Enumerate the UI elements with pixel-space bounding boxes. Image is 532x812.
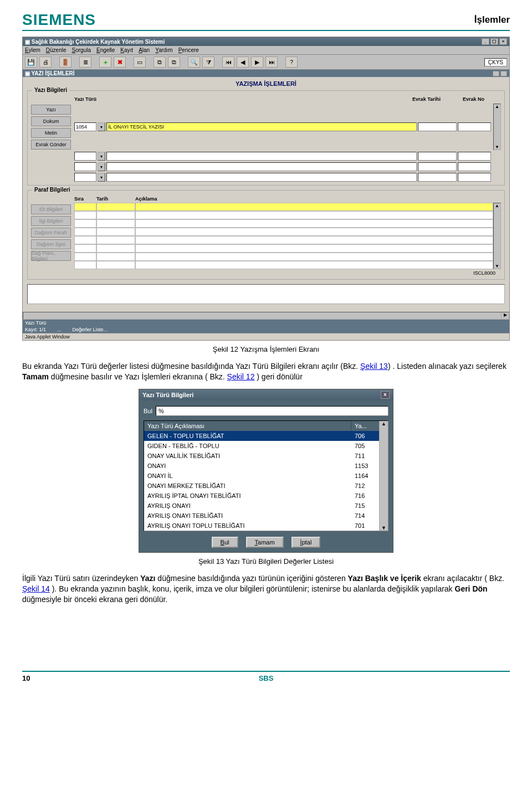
tool-filter-icon[interactable]: ⧩ — [202, 56, 214, 68]
row4-desc[interactable] — [106, 173, 417, 182]
output-pane — [27, 284, 505, 304]
evrak-no-label: Evrak No — [463, 96, 484, 102]
scroll-up-icon[interactable]: ▲ — [495, 104, 499, 109]
list-item[interactable]: GIDEN - TEBLİĞ - TOPLU705 — [144, 441, 379, 451]
tool-delete-icon[interactable]: ✖ — [114, 56, 126, 68]
dialog-list: Yazı Türü Açıklaması Ya... GELEN - TOPLU… — [144, 420, 388, 531]
list-item[interactable]: AYRILIŞ İPTAL ONAYI TEBLİĞATI716 — [144, 491, 379, 501]
tool-exit-icon[interactable]: 🚪 — [59, 56, 71, 68]
row2-tarih[interactable] — [418, 152, 457, 161]
list-item[interactable]: ONAYI İL1164 — [144, 471, 379, 481]
tool-search-icon[interactable]: 🔍 — [188, 56, 200, 68]
link-sekil-13[interactable]: Şekil 13 — [360, 362, 388, 371]
tool-add-icon[interactable]: ＋ — [99, 56, 111, 68]
row3-tarih[interactable] — [418, 162, 457, 171]
grid-scroll-down-icon[interactable]: ▼ — [495, 264, 499, 269]
dialog-scroll-down-icon[interactable]: ▼ — [381, 525, 386, 531]
row4-code[interactable] — [74, 173, 96, 182]
evrak-tarihi-input[interactable] — [418, 122, 457, 131]
sub-window-title: ▣ YAZI İŞLEMLERİ — [25, 70, 75, 76]
row4-dropdown-icon[interactable]: ▾ — [98, 173, 105, 182]
row4-no[interactable] — [458, 173, 491, 182]
menu-yardim[interactable]: Yardım — [155, 47, 173, 53]
dialog-col-aciklama[interactable]: Yazı Türü Açıklaması — [144, 421, 351, 431]
paraf-bilgileri-label: Paraf Bilgileri — [32, 187, 72, 193]
dagitim-ilgisi-button[interactable]: Dağıtım İlgisi — [31, 239, 71, 249]
sub-min-button[interactable] — [493, 71, 499, 76]
metin-button[interactable]: Metin — [31, 128, 71, 138]
menu-eylem[interactable]: Eylem — [25, 47, 40, 53]
yazi-turu-dropdown-icon[interactable]: ▾ — [98, 122, 105, 131]
tool-last-icon[interactable]: ⏭ — [265, 56, 278, 68]
bul-label: Bul — [144, 408, 152, 414]
tool-save-icon[interactable]: 💾 — [25, 56, 37, 68]
dialog-iptal-button[interactable]: İptal — [291, 537, 321, 548]
list-item[interactable]: ONAYI1153 — [144, 461, 379, 471]
menu-bar: Eylem Düzenle Sorgula Engelle Kayıt Alan… — [23, 46, 509, 55]
tool-first-icon[interactable]: ⏮ — [222, 56, 234, 68]
row4-tarih[interactable] — [418, 173, 457, 182]
dialog-scroll-up-icon[interactable]: ▲ — [381, 421, 386, 426]
row3-code[interactable] — [74, 162, 96, 171]
tool-clear-icon[interactable]: ▭ — [134, 56, 146, 68]
close-button[interactable]: × — [499, 38, 507, 45]
page-number: 10 — [22, 674, 30, 682]
dialog-col-ya[interactable]: Ya... — [351, 421, 379, 431]
ilgi-bilgileri-button[interactable]: İlgi Bilgileri — [31, 216, 71, 226]
yazi-bilgileri-group: Yazı Bilgileri Yazı Dokum Metin Evrak Gö… — [27, 90, 505, 186]
menu-alan[interactable]: Alan — [139, 47, 150, 53]
dialog-bul-button[interactable]: Bul — [212, 537, 238, 548]
dag-plani-button[interactable]: Dağ Planı.. Bilgileri — [31, 251, 71, 261]
dokum-button[interactable]: Dokum — [31, 116, 71, 126]
list-item[interactable]: ONAY VALİLİK TEBLİĞATI711 — [144, 451, 379, 461]
list-item[interactable]: AYRILIŞ ONAYI715 — [144, 501, 379, 511]
grid-scroll-up-icon[interactable]: ▲ — [495, 203, 499, 208]
link-sekil-12[interactable]: Şekil 12 — [227, 372, 255, 381]
dialog-tamam-button[interactable]: Tamam — [246, 537, 284, 548]
row3-no[interactable] — [458, 162, 491, 171]
list-item[interactable]: GELEN - TOPLU TEBLİĞAT706 — [144, 431, 379, 441]
maximize-button[interactable]: ▢ — [490, 38, 498, 45]
menu-pencere[interactable]: Pencere — [178, 47, 199, 53]
app-window: ▣ Sağlık Bakanlığı Çekirdek Kaynak Yönet… — [22, 37, 510, 341]
row2-desc[interactable] — [106, 152, 417, 161]
ckys-field: ÇKYS — [484, 58, 507, 66]
list-item[interactable]: AYRILIŞ ONAYI TEBLİĞATI714 — [144, 511, 379, 521]
bul-input[interactable]: % — [156, 406, 388, 416]
row3-desc[interactable] — [106, 162, 417, 171]
menu-kayit[interactable]: Kayıt — [120, 47, 133, 53]
dialog-close-button[interactable]: × — [381, 391, 390, 399]
dagitim-parafi-button[interactable]: Dağıtım Parafı — [31, 228, 71, 238]
ek-bilgileri-button[interactable]: Ek Bilgileri — [31, 204, 71, 214]
menu-engelle[interactable]: Engelle — [96, 47, 115, 53]
tool-copy-icon[interactable]: ⧉ — [154, 56, 166, 68]
row2-dropdown-icon[interactable]: ▾ — [98, 152, 105, 161]
tool-next-icon[interactable]: ▶ — [251, 56, 263, 68]
link-sekil-14[interactable]: Şekil 14 — [22, 584, 50, 593]
list-item[interactable]: ONAYI MERKEZ TEBLİĞATI712 — [144, 481, 379, 491]
menu-sorgula[interactable]: Sorgula — [72, 47, 91, 53]
tool-list-icon[interactable]: ≣ — [79, 56, 91, 68]
evrak-gonder-button[interactable]: Evrak Gönder — [31, 140, 71, 150]
h-scrollbar[interactable]: ▶ — [23, 312, 509, 320]
evrak-no-input[interactable] — [458, 122, 491, 131]
tool-print-icon[interactable]: 🖨 — [39, 56, 52, 68]
tool-help-icon[interactable]: ? — [285, 56, 298, 68]
menu-duzenle[interactable]: Düzenle — [46, 47, 66, 53]
tool-prev-icon[interactable]: ◀ — [237, 56, 249, 68]
yazi-button[interactable]: Yazı — [31, 105, 71, 115]
yazi-turu-desc[interactable]: İL ONAYI TESCİL YAZISI — [106, 122, 417, 131]
dialog-title: Yazı Türü Bilgileri — [142, 392, 193, 398]
footer-sbs: SBS — [259, 674, 274, 682]
list-item[interactable]: AYRILIŞ ONAYI TOPLU TEBLİĞATI701 — [144, 521, 379, 531]
row2-code[interactable] — [74, 152, 96, 161]
row3-dropdown-icon[interactable]: ▾ — [98, 162, 105, 171]
row2-no[interactable] — [458, 152, 491, 161]
sub-max-button[interactable] — [500, 71, 507, 76]
scroll-down-icon[interactable]: ▼ — [495, 145, 499, 150]
figure-13-caption: Şekil 13 Yazı Türü Bilgileri Değerler Li… — [22, 557, 510, 566]
paraf-grid[interactable] — [74, 203, 493, 269]
minimize-button[interactable]: _ — [482, 38, 489, 45]
yazi-turu-code[interactable]: 1054 — [74, 122, 96, 131]
tool-paste-icon[interactable]: ⧉ — [168, 56, 180, 68]
